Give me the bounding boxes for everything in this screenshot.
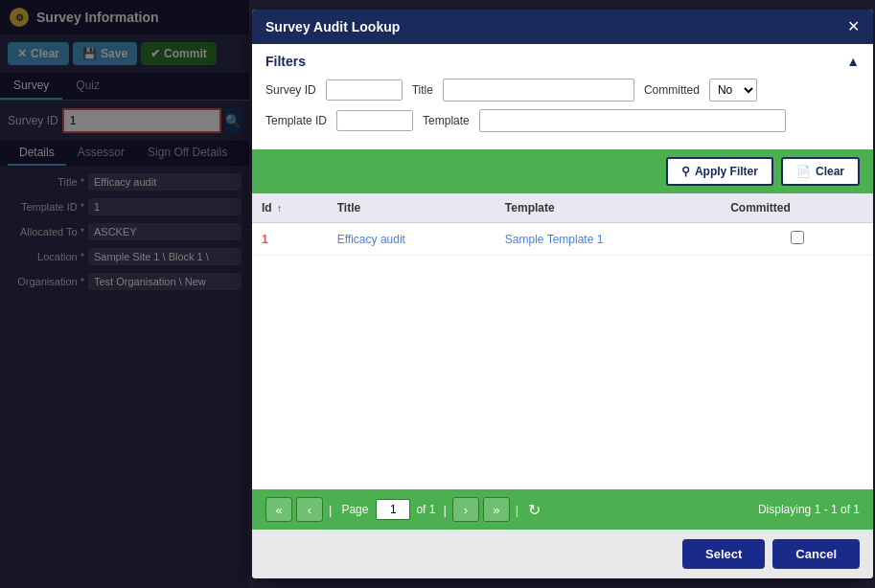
template-id-filter-input[interactable]: ▲ ▼ [336,110,413,131]
survey-audit-lookup-modal: Survey Audit Lookup ✕ Filters ▲ Survey I… [252,10,873,578]
cell-id: 1 [252,223,328,256]
select-button[interactable]: Select [682,539,765,569]
col-committed: Committed [721,193,873,223]
filters-header: Filters ▲ [265,54,860,69]
template-id-filter-label: Template ID [265,114,327,127]
title-filter-input[interactable] [443,79,634,102]
modal-title: Survey Audit Lookup [265,19,400,34]
filters-section: Filters ▲ Survey ID ▲ ▼ Title Committed … [252,44,873,149]
filters-row-1: Survey ID ▲ ▼ Title Committed No Yes All [265,79,860,102]
refresh-button[interactable]: ↻ [528,501,541,519]
results-table-container: Id ↑ Title Template Committed 1 Efficacy… [252,193,873,489]
filters-row-2: Template ID ▲ ▼ Template [265,109,860,132]
filters-title: Filters [265,54,306,69]
committed-filter-label: Committed [644,83,700,97]
committed-checkbox[interactable] [791,231,804,244]
results-table: Id ↑ Title Template Committed 1 Efficacy… [252,193,873,256]
page-next-button[interactable]: › [452,497,479,522]
col-id: Id ↑ [252,193,328,223]
cancel-button[interactable]: Cancel [772,539,860,569]
cell-title: Efficacy audit [328,223,495,256]
template-filter-label: Template [423,114,470,127]
survey-id-filter-label: Survey ID [265,83,316,97]
page-label: Page [341,503,368,516]
table-header-row: Id ↑ Title Template Committed [252,193,873,223]
col-title: Title [328,193,495,223]
modal-close-button[interactable]: ✕ [847,19,860,34]
action-bar: ⚲ Apply Filter 📄 Clear [252,149,873,193]
cell-committed [721,223,873,256]
cell-template: Sample Template 1 [495,223,721,256]
page-sep-1: | [329,503,332,517]
page-first-button[interactable]: « [265,497,292,522]
filters-toggle-icon[interactable]: ▲ [846,54,860,69]
filter-icon: ⚲ [681,165,690,178]
title-filter-label: Title [412,83,433,97]
template-filter-input[interactable] [479,109,786,132]
page-sep-2: | [443,503,446,517]
page-last-button[interactable]: » [483,497,510,522]
modal-footer: Select Cancel [252,530,873,578]
page-sep-3: | [516,503,518,517]
clear-filter-icon: 📄 [796,165,811,178]
survey-id-filter-field[interactable] [327,80,403,100]
template-id-filter-field[interactable] [337,111,413,130]
sort-icon-id[interactable]: ↑ [277,203,282,214]
col-template: Template [495,193,721,223]
page-input[interactable] [376,499,410,520]
survey-id-filter-input[interactable]: ▲ ▼ [326,79,403,101]
table-row[interactable]: 1 Efficacy audit Sample Template 1 [252,223,873,256]
modal-header: Survey Audit Lookup ✕ [252,10,873,44]
committed-filter-select[interactable]: No Yes All [709,79,757,102]
pagination-bar: « ‹ | Page of 1 | › » | ↻ Displaying 1 -… [252,489,873,530]
apply-filter-button[interactable]: ⚲ Apply Filter [666,157,773,186]
page-prev-button[interactable]: ‹ [296,497,323,522]
page-of: of 1 [416,503,435,516]
clear-filter-button[interactable]: 📄 Clear [781,157,860,186]
display-count: Displaying 1 - 1 of 1 [758,503,860,516]
